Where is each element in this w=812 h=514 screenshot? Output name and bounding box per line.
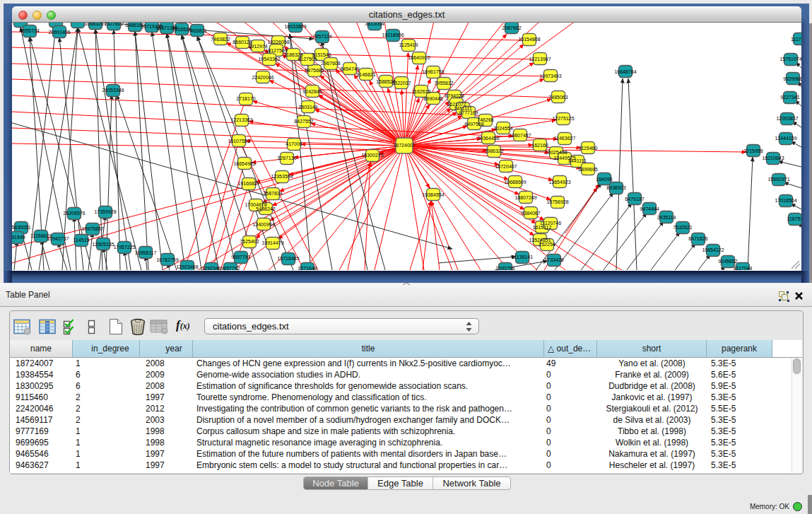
svg-text:5498242: 5498242 xyxy=(256,206,275,211)
svg-text:8990448: 8990448 xyxy=(423,96,442,101)
svg-text:5830051: 5830051 xyxy=(12,225,31,230)
svg-text:7463822: 7463822 xyxy=(211,37,230,42)
svg-text:8938923: 8938923 xyxy=(606,185,625,190)
svg-text:17359928: 17359928 xyxy=(94,209,116,214)
svg-text:1117042: 1117042 xyxy=(791,37,801,42)
svg-text:15716485: 15716485 xyxy=(277,256,299,261)
svg-text:10958117: 10958117 xyxy=(135,250,157,255)
svg-text:6479197: 6479197 xyxy=(625,197,644,201)
svg-text:9657791: 9657791 xyxy=(231,255,250,259)
svg-text:13654923: 13654923 xyxy=(548,180,570,185)
svg-text:15300275: 15300275 xyxy=(361,153,383,158)
svg-text:8454749: 8454749 xyxy=(340,66,359,71)
svg-text:9115460: 9115460 xyxy=(579,146,598,151)
svg-text:18724007: 18724007 xyxy=(393,143,415,148)
svg-text:26206576: 26206576 xyxy=(63,211,85,216)
svg-text:9245652: 9245652 xyxy=(718,259,737,264)
svg-text:9146821: 9146821 xyxy=(356,72,375,77)
svg-text:7485063: 7485063 xyxy=(548,95,567,100)
svg-text:10543362: 10543362 xyxy=(258,57,280,62)
svg-text:10688609: 10688609 xyxy=(504,180,526,185)
svg-text:10975857: 10975857 xyxy=(81,226,103,231)
svg-text:7955812: 7955812 xyxy=(434,81,453,86)
svg-text:16033809: 16033809 xyxy=(284,24,306,29)
svg-text:9329966: 9329966 xyxy=(783,76,801,81)
svg-text:12505135: 12505135 xyxy=(92,242,114,247)
svg-text:8117044: 8117044 xyxy=(734,266,753,270)
svg-text:16654983: 16654983 xyxy=(233,161,255,166)
svg-text:1162615: 1162615 xyxy=(412,89,431,94)
svg-text:1093766: 1093766 xyxy=(495,266,514,270)
svg-text:7463821: 7463821 xyxy=(187,28,206,33)
svg-text:22420046: 22420046 xyxy=(252,75,273,80)
svg-text:3024554: 3024554 xyxy=(493,126,512,131)
svg-text:10973493: 10973493 xyxy=(539,74,561,78)
svg-text:9242845: 9242845 xyxy=(302,89,322,94)
svg-text:12444159: 12444159 xyxy=(775,136,796,141)
svg-text:19218506: 19218506 xyxy=(382,33,404,37)
svg-text:252254: 252254 xyxy=(539,242,555,247)
svg-text:8427552: 8427552 xyxy=(294,119,313,124)
svg-text:8441111: 8441111 xyxy=(568,158,587,163)
svg-text:11120746: 11120746 xyxy=(540,221,561,226)
svg-text:1733426: 1733426 xyxy=(544,257,563,262)
svg-text:7857224: 7857224 xyxy=(312,34,331,39)
svg-text:10025438: 10025438 xyxy=(545,150,567,155)
svg-text:16648784: 16648784 xyxy=(614,69,636,74)
svg-text:29053346: 29053346 xyxy=(102,88,124,93)
svg-text:2087662: 2087662 xyxy=(502,25,521,30)
svg-text:15756928: 15756928 xyxy=(546,199,568,204)
svg-text:11463627: 11463627 xyxy=(554,136,576,141)
svg-text:6899695: 6899695 xyxy=(578,167,597,172)
svg-text:16782759: 16782759 xyxy=(156,257,178,262)
svg-text:17016504: 17016504 xyxy=(775,198,796,203)
svg-text:991549: 991549 xyxy=(12,235,25,240)
svg-text:16961758: 16961758 xyxy=(422,69,444,74)
svg-text:10807487: 10807487 xyxy=(509,133,531,138)
svg-text:18640910: 18640910 xyxy=(408,55,430,60)
svg-text:2967608: 2967608 xyxy=(321,61,340,66)
svg-text:12093837: 12093837 xyxy=(776,116,798,121)
svg-text:13400994: 13400994 xyxy=(252,222,274,227)
svg-text:19384554: 19384554 xyxy=(422,192,444,197)
svg-text:3587834: 3587834 xyxy=(263,191,282,196)
svg-text:12275125: 12275125 xyxy=(552,116,574,121)
svg-text:2803144: 2803144 xyxy=(298,105,317,110)
svg-text:5875685: 5875685 xyxy=(305,68,324,73)
svg-text:13226058: 13226058 xyxy=(267,40,289,45)
svg-text:7986322: 7986322 xyxy=(484,148,503,153)
svg-text:9127505: 9127505 xyxy=(298,57,317,62)
svg-text:12923468: 12923468 xyxy=(176,264,198,269)
svg-text:16914479: 16914479 xyxy=(261,240,283,245)
svg-text:12353594: 12353594 xyxy=(271,174,293,179)
svg-text:11136141: 11136141 xyxy=(512,255,533,259)
svg-text:2718170: 2718170 xyxy=(236,96,255,101)
svg-text:1125419: 1125419 xyxy=(399,42,418,47)
svg-text:16107553: 16107553 xyxy=(228,139,249,144)
svg-text:9474444: 9474444 xyxy=(640,206,659,211)
svg-text:15720407: 15720407 xyxy=(495,164,517,169)
svg-text:9777169: 9777169 xyxy=(459,110,478,115)
svg-text:18807249: 18807249 xyxy=(514,195,536,200)
svg-text:6794028: 6794028 xyxy=(445,93,464,98)
svg-text:10654122: 10654122 xyxy=(702,247,724,252)
svg-text:7625402: 7625402 xyxy=(240,239,259,244)
svg-text:164095: 164095 xyxy=(596,177,612,182)
svg-text:16210643: 16210643 xyxy=(762,156,784,160)
svg-text:5322037: 5322037 xyxy=(392,81,411,86)
svg-text:8471626: 8471626 xyxy=(688,236,707,241)
svg-text:10154808: 10154808 xyxy=(518,37,540,42)
svg-text:1292346: 1292346 xyxy=(201,266,220,270)
svg-text:9227341: 9227341 xyxy=(780,95,799,100)
svg-text:4055724: 4055724 xyxy=(20,28,39,33)
svg-text:12213967: 12213967 xyxy=(529,57,551,62)
svg-text:1571648: 1571648 xyxy=(298,266,317,270)
svg-text:12942737: 12942737 xyxy=(47,236,69,241)
svg-text:7632621: 7632621 xyxy=(673,225,692,230)
svg-text:6497568: 6497568 xyxy=(464,122,483,127)
svg-text:9384067: 9384067 xyxy=(521,211,540,216)
svg-text:114519: 114519 xyxy=(73,238,90,243)
svg-text:15751074: 15751074 xyxy=(779,57,801,62)
svg-text:20364456: 20364456 xyxy=(477,136,499,141)
svg-text:3215958: 3215958 xyxy=(743,148,763,153)
